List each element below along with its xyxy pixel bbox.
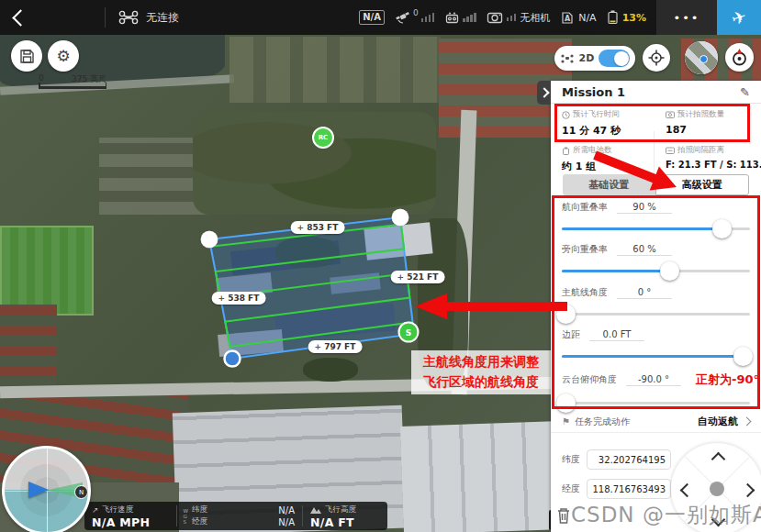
drone-icon: [118, 10, 139, 25]
takeoff-button[interactable]: ✈: [717, 0, 761, 35]
move-cross-icon: +: [397, 272, 405, 282]
locate-button[interactable]: [643, 44, 670, 72]
airplane-icon: ✈: [729, 6, 749, 29]
slider-track[interactable]: [562, 270, 750, 272]
map-settings-button[interactable]: ⚙: [48, 40, 79, 72]
lng-label: 经度: [192, 516, 207, 527]
battery-percent: 13%: [622, 12, 646, 24]
rc-signal-bars: [463, 13, 476, 22]
map-2d-switch[interactable]: [599, 50, 630, 67]
move-cross-icon: +: [218, 294, 226, 303]
clock-icon: [562, 111, 570, 119]
chevron-right-icon: [743, 417, 752, 427]
latitude-label: 纬度: [562, 453, 587, 466]
attitude-compass-widget: N: [2, 446, 91, 532]
tab-basic-settings[interactable]: 基础设置: [563, 174, 655, 195]
slider-group-margin: 边距0.0 FT: [551, 324, 761, 366]
slider-value-input[interactable]: 0.0 FT: [589, 328, 644, 341]
flight-mode-icon: A: [560, 11, 575, 25]
gps-coordinates: 纬度N/A 经度N/A: [188, 502, 302, 530]
edge-distance-label[interactable]: +521 FT: [391, 271, 445, 283]
flight-mode-value: N/A: [578, 12, 596, 24]
longitude-label: 经度: [562, 482, 587, 495]
compass-reset-button[interactable]: [725, 43, 754, 72]
slider-thumb[interactable]: [712, 219, 732, 238]
slider-label: 旁向重叠率: [562, 243, 608, 256]
lat-label: 纬度: [192, 504, 207, 515]
wgs-label: WGS: [177, 502, 188, 530]
camera-status: 无相机: [487, 11, 551, 25]
slider-label: 航向重叠率: [562, 201, 608, 214]
trash-icon: [556, 506, 571, 525]
map-mode-label: 2D: [579, 52, 595, 64]
ortho-note: 正射为-90°: [696, 371, 759, 388]
scale-bar: [39, 86, 106, 89]
slider-value-input[interactable]: -90.0 °: [626, 373, 681, 386]
save-icon: [19, 49, 35, 64]
slider-value-input[interactable]: 60 %: [617, 243, 672, 256]
move-cross-icon: +: [297, 223, 305, 232]
map-mode-toggle[interactable]: 2D: [554, 46, 635, 71]
more-menu-button[interactable]: •••: [656, 0, 717, 35]
speed-value: N/A MPH: [92, 515, 169, 529]
finish-action-value: 自动返航: [698, 415, 738, 428]
north-indicator: N: [74, 485, 88, 499]
slider-track[interactable]: [562, 355, 750, 358]
edge-distance-label[interactable]: +853 FT: [291, 221, 345, 234]
speed-icon: ↗: [92, 505, 98, 515]
alt-value: N/A FT: [310, 515, 380, 529]
mission-panel: Mission 1 ✎ 预计飞行时间 11 分 47 秒 预计拍照数量 187 …: [551, 81, 761, 532]
camera-icon: [487, 12, 503, 24]
satellite-count: 0: [413, 8, 419, 17]
dpad-center-button[interactable]: [710, 482, 724, 496]
gear-icon: ⚙: [56, 47, 70, 65]
longitude-input[interactable]: 118.716763493: [587, 479, 671, 499]
stat-value: 约 1 组: [562, 160, 654, 173]
slider-thumb[interactable]: [556, 393, 576, 413]
coordinates-block: 纬度 32.202764195 经度 118.716763493: [551, 446, 679, 508]
polygon-vertex-handle[interactable]: [392, 209, 409, 227]
drone-view-icon: [560, 53, 575, 63]
dpad-right-button[interactable]: [741, 483, 755, 498]
advanced-settings-sliders: 航向重叠率90 % 旁向重叠率60 % 主航线角度0 ° 边距0.0 FT 云台…: [551, 196, 761, 409]
slider-track[interactable]: [562, 227, 750, 230]
gps-signal-bars: [421, 13, 435, 22]
speed-label: 飞行速度: [102, 504, 133, 515]
slider-thumb[interactable]: [733, 347, 753, 366]
edge-distance-label[interactable]: +538 FT: [212, 292, 266, 305]
flight-area-polygon[interactable]: [209, 217, 414, 359]
polygon-vertex-handle-selected[interactable]: [225, 351, 241, 367]
altitude-icon: [310, 506, 321, 514]
slider-track[interactable]: [562, 313, 750, 316]
stat-value: 11 分 47 秒: [562, 124, 654, 138]
back-button[interactable]: [0, 0, 40, 35]
slider-value-input[interactable]: 0 °: [617, 286, 672, 299]
dpad-left-button[interactable]: [680, 483, 695, 498]
slider-value-input[interactable]: 90 %: [617, 201, 672, 214]
top-status-bar: 无连接 N/A 0 无相机 A N/A: [0, 0, 761, 35]
stat-label: 预计飞行时间: [573, 109, 620, 120]
battery-status: 13%: [607, 10, 646, 25]
slider-thumb[interactable]: [660, 261, 679, 281]
dpad-up-button[interactable]: [711, 452, 726, 467]
stat-value: F: 21.3 FT / S: 113.6 FT: [666, 160, 757, 170]
edge-distance-label[interactable]: +797 FT: [308, 340, 363, 353]
lat-value: N/A: [278, 505, 295, 515]
save-mission-button[interactable]: [11, 40, 42, 72]
finish-action-label: 任务完成动作: [575, 416, 630, 428]
finish-action-row[interactable]: ⚑任务完成动作 自动返航: [551, 411, 761, 433]
slider-group-course-angle: 主航线角度0 °: [551, 282, 761, 324]
telemetry-bar: ↗飞行速度 N/A MPH WGS 纬度N/A 经度N/A 飞行高度 N/A F…: [84, 502, 387, 530]
edit-mission-button[interactable]: ✎: [740, 85, 750, 99]
settings-tabs: 基础设置 高级设置: [563, 174, 749, 195]
slider-thumb[interactable]: [556, 305, 576, 324]
minimap-button[interactable]: [685, 41, 718, 74]
lng-value: N/A: [278, 517, 295, 527]
tab-advanced-settings[interactable]: 高级设置: [655, 174, 750, 195]
camera-status-text: 无相机: [520, 11, 550, 25]
panel-collapse-handle[interactable]: [537, 81, 551, 105]
polygon-vertex-handle[interactable]: [201, 231, 218, 249]
latitude-input[interactable]: 32.202764195: [587, 449, 671, 470]
stat-label: 拍照间隔距离: [677, 145, 724, 156]
slider-track[interactable]: [562, 402, 750, 405]
